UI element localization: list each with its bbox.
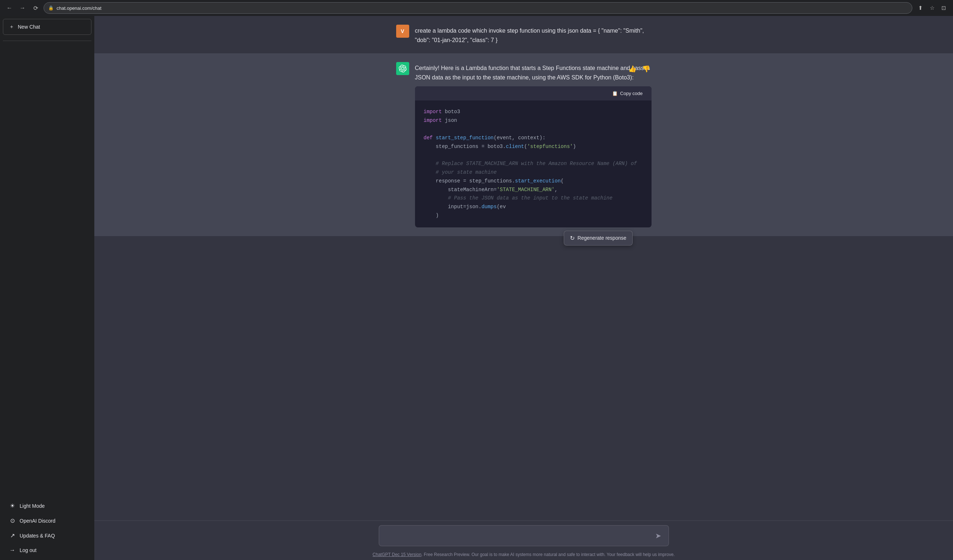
forward-button[interactable]: → bbox=[17, 3, 28, 13]
logout-label: Log out bbox=[20, 547, 37, 553]
assistant-avatar bbox=[396, 62, 409, 75]
sidebar-item-discord[interactable]: ⊙ OpenAI Discord bbox=[3, 513, 92, 528]
chat-messages: V create a lambda code which invoke step… bbox=[94, 16, 953, 520]
main-content: V create a lambda code which invoke step… bbox=[94, 16, 953, 560]
plus-icon: ＋ bbox=[9, 23, 14, 30]
new-chat-button[interactable]: ＋ New Chat bbox=[3, 19, 92, 35]
input-area: ➤ bbox=[94, 520, 953, 549]
assistant-message-block: Certainly! Here is a Lambda function tha… bbox=[94, 53, 953, 236]
new-chat-label: New Chat bbox=[18, 24, 40, 30]
chat-input[interactable] bbox=[385, 531, 649, 540]
assistant-message-inner: Certainly! Here is a Lambda function tha… bbox=[379, 62, 669, 227]
extensions-button[interactable]: ⊡ bbox=[939, 3, 948, 13]
discord-icon: ⊙ bbox=[9, 517, 16, 524]
user-message-block: V create a lambda code which invoke step… bbox=[94, 16, 953, 53]
regenerate-icon: ↻ bbox=[570, 235, 574, 242]
footer-description: . Free Research Preview. Our goal is to … bbox=[422, 552, 675, 557]
thumbs-down-button[interactable]: 👎 bbox=[641, 64, 652, 74]
sidebar-bottom: ☀ Light Mode ⊙ OpenAI Discord ↗ Updates … bbox=[3, 499, 92, 557]
sun-icon: ☀ bbox=[9, 502, 16, 509]
copy-icon: 📋 bbox=[612, 91, 618, 96]
assistant-message-text: Certainly! Here is a Lambda function tha… bbox=[415, 62, 652, 227]
regenerate-label: Regenerate response bbox=[577, 235, 627, 241]
url-text: chat.openai.com/chat bbox=[57, 5, 102, 11]
input-wrapper: ➤ bbox=[379, 525, 669, 546]
assistant-intro: Certainly! Here is a Lambda function tha… bbox=[415, 64, 652, 82]
sidebar-item-light-mode[interactable]: ☀ Light Mode bbox=[3, 499, 92, 513]
app-container: ＋ New Chat ☀ Light Mode ⊙ OpenAI Discord… bbox=[0, 16, 953, 560]
browser-chrome: ← → ⟳ 🔒 chat.openai.com/chat ⬆ ☆ ⊡ bbox=[0, 0, 953, 16]
bookmark-button[interactable]: ☆ bbox=[927, 3, 937, 13]
sidebar-item-logout[interactable]: → Log out bbox=[3, 543, 92, 557]
copy-label: Copy code bbox=[620, 91, 643, 96]
reload-button[interactable]: ⟳ bbox=[31, 3, 40, 13]
browser-right-icons: ⬆ ☆ ⊡ bbox=[915, 3, 948, 13]
send-button[interactable]: ➤ bbox=[654, 530, 663, 541]
updates-label: Updates & FAQ bbox=[20, 533, 55, 538]
external-link-icon: ↗ bbox=[9, 532, 16, 539]
back-button[interactable]: ← bbox=[5, 3, 14, 13]
user-message-text: create a lambda code which invoke step f… bbox=[415, 25, 652, 45]
regenerate-tooltip[interactable]: ↻ Regenerate response bbox=[564, 231, 633, 245]
code-block: import boto3 import json def start_step_… bbox=[415, 101, 652, 227]
light-mode-label: Light Mode bbox=[20, 503, 45, 509]
sidebar: ＋ New Chat ☀ Light Mode ⊙ OpenAI Discord… bbox=[0, 16, 94, 560]
lock-icon: 🔒 bbox=[48, 5, 54, 11]
copy-code-button[interactable]: 📋 Copy code bbox=[609, 89, 646, 98]
address-bar[interactable]: 🔒 chat.openai.com/chat bbox=[43, 2, 913, 14]
footer: ChatGPT Dec 15 Version. Free Research Pr… bbox=[94, 549, 953, 560]
user-message-inner: V create a lambda code which invoke step… bbox=[379, 25, 669, 45]
code-container: 📋 Copy code import boto3 import json def… bbox=[415, 86, 652, 227]
message-actions: 👍 👎 bbox=[627, 64, 652, 74]
thumbs-up-button[interactable]: 👍 bbox=[627, 64, 638, 74]
sidebar-item-updates[interactable]: ↗ Updates & FAQ bbox=[3, 529, 92, 543]
footer-link[interactable]: ChatGPT Dec 15 Version bbox=[373, 552, 422, 557]
code-header: 📋 Copy code bbox=[415, 86, 652, 101]
logout-icon: → bbox=[9, 547, 16, 554]
user-avatar: V bbox=[396, 25, 409, 38]
sidebar-divider bbox=[3, 40, 92, 41]
share-button[interactable]: ⬆ bbox=[915, 3, 925, 13]
discord-label: OpenAI Discord bbox=[20, 518, 56, 524]
